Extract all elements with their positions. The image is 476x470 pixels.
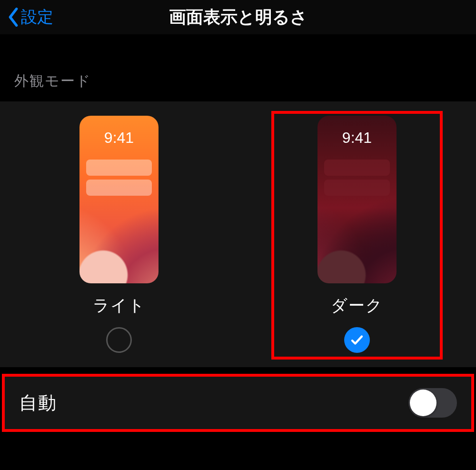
spacer (0, 34, 476, 63)
preview-widget (324, 180, 390, 196)
preview-phone-light: 9:41 (79, 116, 159, 283)
appearance-picker: 9:41 ライト 9:41 ダーク (0, 101, 476, 367)
toggle-knob (410, 390, 436, 416)
preview-time: 9:41 (317, 129, 397, 147)
navigation-bar: 設定 画面表示と明るさ (0, 0, 476, 34)
chevron-left-icon (7, 8, 20, 27)
page-title: 画面表示と明るさ (0, 6, 476, 29)
automatic-toggle[interactable] (408, 388, 457, 418)
automatic-row[interactable]: 自動 (5, 377, 471, 429)
highlight-automatic: 自動 (2, 374, 474, 432)
preview-time: 9:41 (79, 129, 159, 147)
radio-unchecked[interactable] (106, 327, 132, 353)
appearance-option-dark[interactable]: 9:41 ダーク (238, 116, 476, 353)
preview-widget (86, 160, 152, 176)
section-header-appearance: 外観モード (0, 63, 476, 101)
preview-phone-dark: 9:41 (317, 116, 397, 283)
appearance-option-label: ダーク (331, 295, 383, 317)
check-icon (350, 333, 364, 347)
automatic-label: 自動 (19, 391, 57, 415)
preview-widget (324, 160, 390, 176)
back-label: 設定 (21, 6, 53, 28)
radio-checked[interactable] (344, 327, 370, 353)
back-button[interactable]: 設定 (0, 6, 53, 28)
preview-widget (86, 180, 152, 196)
appearance-option-light[interactable]: 9:41 ライト (0, 116, 238, 353)
appearance-option-label: ライト (93, 295, 146, 317)
